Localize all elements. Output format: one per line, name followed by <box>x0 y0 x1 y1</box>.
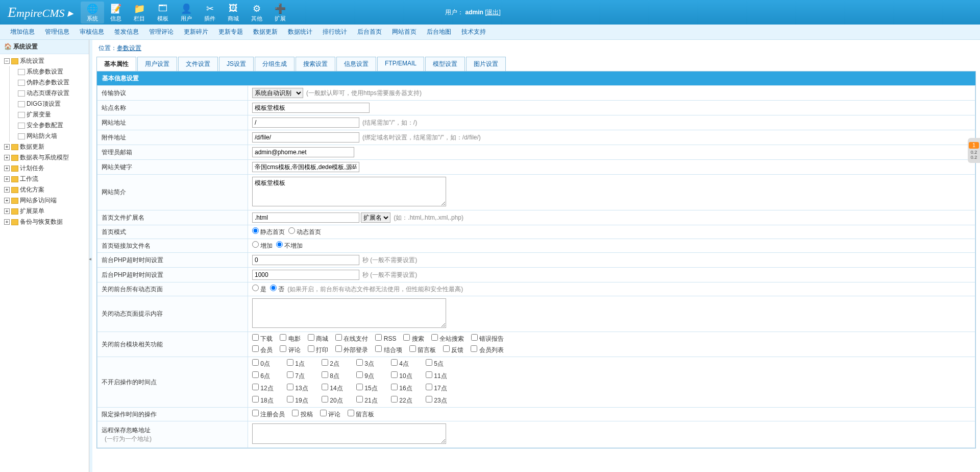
chk-item[interactable]: 会员 <box>252 345 273 355</box>
closetip-textarea[interactable] <box>252 298 446 328</box>
chk-item[interactable]: 留言板 <box>348 410 374 419</box>
timepoint[interactable]: 19点 <box>287 396 322 405</box>
indexext-select[interactable]: 扩展名 <box>361 213 390 223</box>
tab-1[interactable]: 用户设置 <box>137 57 177 71</box>
subnav-item[interactable]: 审核信息 <box>80 28 104 35</box>
subnav-item[interactable]: 数据更新 <box>253 28 278 35</box>
timepoint[interactable]: 15点 <box>356 384 391 393</box>
timepoint[interactable]: 21点 <box>356 396 391 405</box>
tree-item[interactable]: 系统参数设置 <box>12 66 89 77</box>
subnav-item[interactable]: 更新专题 <box>218 28 243 35</box>
topnav-商城[interactable]: 🖼商城 <box>222 2 245 23</box>
sitename-input[interactable] <box>252 103 370 113</box>
topnav-其他[interactable]: ⚙其他 <box>245 2 268 23</box>
closedyn-yes[interactable] <box>252 285 259 291</box>
timepoint[interactable]: 22点 <box>391 396 426 405</box>
tree-item[interactable]: 安全参数配置 <box>12 120 89 131</box>
timepoint[interactable]: 0点 <box>252 359 287 368</box>
timepoint[interactable]: 16点 <box>391 384 426 393</box>
timepoint[interactable]: 20点 <box>322 396 356 405</box>
protocol-select[interactable]: 系统自动识别 <box>252 88 303 98</box>
chk-item[interactable]: 评论 <box>280 345 300 355</box>
backtimeout-input[interactable] <box>252 270 359 280</box>
topnav-用户[interactable]: 👤用户 <box>175 2 198 23</box>
subnav-item[interactable]: 管理信息 <box>45 28 69 35</box>
crumb-page[interactable]: 参数设置 <box>117 44 141 52</box>
tree-group[interactable]: −系统设置 <box>0 56 89 66</box>
subnav-item[interactable]: 数据统计 <box>288 28 312 35</box>
timepoint[interactable]: 7点 <box>287 371 322 381</box>
chk-item[interactable]: 注册会员 <box>252 410 285 419</box>
chk-item[interactable]: 打印 <box>308 345 328 355</box>
chk-item[interactable]: 外部登录 <box>335 345 368 355</box>
tab-6[interactable]: 信息设置 <box>336 57 376 71</box>
tree-group[interactable]: +扩展菜单 <box>0 206 89 217</box>
chk-item[interactable]: 留言板 <box>409 345 436 355</box>
chk-item[interactable]: 商城 <box>308 334 328 343</box>
tree-group[interactable]: +数据更新 <box>0 141 89 152</box>
timepoint[interactable]: 10点 <box>391 371 426 381</box>
addfile-yes[interactable] <box>252 241 259 248</box>
tab-5[interactable]: 搜索设置 <box>296 57 335 71</box>
topnav-系统[interactable]: 🌐系统 <box>81 2 104 23</box>
subnav-item[interactable]: 网站首页 <box>392 28 416 35</box>
timepoint[interactable]: 8点 <box>322 371 356 381</box>
chk-item[interactable]: RSS <box>375 334 396 343</box>
chk-item[interactable]: 搜索 <box>403 334 424 343</box>
subnav-item[interactable]: 签发信息 <box>114 28 139 35</box>
chk-item[interactable]: 全站搜索 <box>431 334 464 343</box>
timepoint[interactable]: 1点 <box>287 359 322 368</box>
timepoint[interactable]: 4点 <box>391 359 426 368</box>
tab-2[interactable]: 文件设置 <box>178 57 218 71</box>
indexmode-static[interactable] <box>252 227 259 234</box>
closedyn-no[interactable] <box>270 285 277 291</box>
chk-item[interactable]: 电影 <box>280 334 300 343</box>
tab-0[interactable]: 基本属性 <box>96 57 136 71</box>
chk-item[interactable]: 反馈 <box>443 345 463 355</box>
tree-item[interactable]: 动态页缓存设置 <box>12 88 89 99</box>
addfile-no[interactable] <box>276 241 283 248</box>
timepoint[interactable]: 9点 <box>356 371 391 381</box>
chk-item[interactable]: 结合项 <box>375 345 402 355</box>
subnav-item[interactable]: 后台地图 <box>427 28 451 35</box>
remoteignore-textarea[interactable] <box>252 423 446 444</box>
topnav-信息[interactable]: 📝信息 <box>104 2 128 23</box>
timepoint[interactable]: 6点 <box>252 371 287 381</box>
siteurl-input[interactable] <box>252 117 359 128</box>
email-input[interactable] <box>252 147 354 157</box>
logout-link[interactable]: [退出] <box>485 9 501 16</box>
tree-item[interactable]: 网站防火墙 <box>12 131 89 141</box>
tree-group[interactable]: +数据表与系统模型 <box>0 152 89 163</box>
tree-group[interactable]: +备份与恢复数据 <box>0 217 89 227</box>
tab-9[interactable]: 图片设置 <box>466 57 506 71</box>
tree-item[interactable]: 扩展变量 <box>12 109 89 120</box>
subnav-item[interactable]: 更新碎片 <box>184 28 208 35</box>
topnav-插件[interactable]: ✂插件 <box>198 2 222 23</box>
chk-item[interactable]: 错误报告 <box>471 334 504 343</box>
fileurl-input[interactable] <box>252 132 359 143</box>
chk-item[interactable]: 评论 <box>320 410 340 419</box>
subnav-item[interactable]: 增加信息 <box>10 28 35 35</box>
chk-item[interactable]: 在线支付 <box>335 334 368 343</box>
tree-group[interactable]: +计划任务 <box>0 163 89 174</box>
timepoint[interactable]: 23点 <box>426 396 460 405</box>
subnav-item[interactable]: 管理评论 <box>149 28 174 35</box>
chk-item[interactable]: 会员列表 <box>471 345 503 355</box>
keywords-input[interactable] <box>252 162 359 172</box>
indexext-input[interactable] <box>252 213 359 223</box>
subnav-item[interactable]: 后台首页 <box>357 28 382 35</box>
chk-item[interactable]: 下载 <box>252 334 273 343</box>
tree-item[interactable]: 伪静态参数设置 <box>12 77 89 88</box>
subnav-item[interactable]: 技术支持 <box>461 28 486 35</box>
topnav-模板[interactable]: 🗔模板 <box>151 2 175 23</box>
subnav-item[interactable]: 排行统计 <box>323 28 347 35</box>
tab-3[interactable]: JS设置 <box>219 57 254 71</box>
tab-8[interactable]: 模型设置 <box>425 57 465 71</box>
timepoint[interactable]: 3点 <box>356 359 391 368</box>
timepoint[interactable]: 2点 <box>322 359 356 368</box>
tab-4[interactable]: 分组生成 <box>255 57 295 71</box>
tree-item[interactable]: DIGG顶设置 <box>12 99 89 109</box>
timepoint[interactable]: 5点 <box>426 359 460 368</box>
intro-textarea[interactable]: 模板堂模板 <box>252 177 446 206</box>
topnav-扩展[interactable]: ➕扩展 <box>268 2 292 23</box>
